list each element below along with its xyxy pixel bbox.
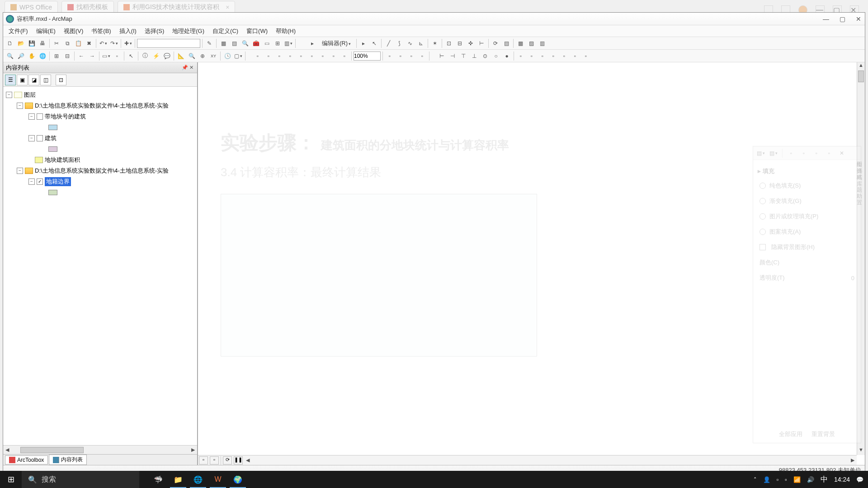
effects-3-icon[interactable]: ▫ [538, 51, 547, 61]
toc-tab-visibility[interactable]: ◪ [28, 75, 39, 85]
snap-5-icon[interactable]: ⊙ [480, 51, 490, 61]
new-button[interactable]: 🗋 [5, 38, 15, 48]
georef-3-icon[interactable]: ▫ [274, 51, 284, 61]
delete-button[interactable]: ✖ [84, 38, 94, 48]
search-window-button[interactable]: 🔍 [240, 38, 250, 48]
radio-gradient[interactable] [760, 198, 766, 204]
html-popup-icon[interactable]: 💬 [162, 51, 172, 61]
next-extent-icon[interactable]: → [87, 51, 97, 61]
refresh-button[interactable]: ⟳ [223, 456, 232, 465]
tree-check-lyr2[interactable] [37, 135, 43, 141]
edit-arrow[interactable]: ↖ [369, 38, 379, 48]
create-features-icon[interactable]: ▨ [526, 38, 536, 48]
task-wps-icon[interactable]: W [208, 471, 228, 488]
tree-toggle-lyr4[interactable]: − [28, 178, 35, 185]
scale-combo[interactable] [137, 39, 200, 48]
tree-toggle-lyr2[interactable]: − [28, 135, 35, 141]
snap-3-icon[interactable]: ⊤ [458, 51, 468, 61]
tree-ds1-label[interactable]: D:\土地信息系统实验数据文件\4-土地信息系统-实验 [35, 102, 169, 110]
effects-1-icon[interactable]: ▫ [516, 51, 526, 61]
menu-geoprocessing[interactable]: 地理处理(G) [169, 25, 208, 37]
hyperlink-icon[interactable]: ⚡ [151, 51, 161, 61]
cut-button[interactable]: ✂ [52, 38, 61, 48]
prev-extent-icon[interactable]: ← [76, 51, 86, 61]
effects-4-icon[interactable]: ▫ [548, 51, 558, 61]
rp-menu-1[interactable]: ▤ [756, 148, 766, 158]
tree-check-lyr4[interactable]: ✓ [37, 178, 43, 185]
tray-clock[interactable]: 14:24 [834, 476, 850, 483]
find-icon[interactable]: 🔍 [187, 51, 197, 61]
check-hide-bg[interactable] [760, 244, 766, 250]
tree-toggle-ds2[interactable]: − [17, 168, 23, 174]
effects-7-icon[interactable]: ▫ [581, 51, 591, 61]
copy-button[interactable]: ⧉ [62, 38, 72, 48]
radio-solid[interactable] [760, 183, 766, 189]
layout-3-icon[interactable]: ▫ [406, 51, 416, 61]
tree-lyr3-label[interactable]: 地块建筑面积 [45, 156, 80, 164]
pan-icon[interactable]: ✋ [27, 51, 37, 61]
georef-1-icon[interactable]: ▫ [253, 51, 263, 61]
data-view-button[interactable]: ▫ [199, 456, 208, 465]
snap-1-icon[interactable]: ⊢ [437, 51, 447, 61]
reshape-icon[interactable]: ⊟ [455, 38, 465, 48]
edit-vertices-icon[interactable]: ⊡ [444, 38, 454, 48]
tray-app-icon[interactable]: ▫ [777, 476, 779, 483]
python-button[interactable]: ▭ [262, 38, 272, 48]
select-elements-icon[interactable]: ↖ [126, 51, 136, 61]
attributes-icon[interactable]: ▤ [501, 38, 511, 48]
select-features-icon[interactable]: ▭ [101, 51, 111, 61]
tree-lyr2-label[interactable]: 建筑 [45, 134, 57, 142]
create-viewer-icon[interactable]: ▢ [233, 51, 243, 61]
layout-1-icon[interactable]: ▫ [385, 51, 395, 61]
tray-people-icon[interactable]: 👤 [763, 476, 770, 483]
pause-draw-button[interactable]: ❚❚ [234, 456, 243, 465]
taskbar-search[interactable]: 🔍 搜索 [22, 471, 139, 488]
toc-tab-drawing-order[interactable]: ☰ [5, 75, 16, 85]
tab-arctoolbox[interactable]: ArcToolbox [5, 455, 48, 465]
tree-ds2-label[interactable]: D:\土地信息系统实验数据文件\4-土地信息系统-实验 [35, 167, 169, 175]
toc-scrollbar-h[interactable]: ◀▶ [3, 445, 197, 454]
cut-polygon-icon[interactable]: ✜ [466, 38, 476, 48]
layout-4-icon[interactable]: ▫ [417, 51, 427, 61]
add-data-button[interactable]: ✚ [123, 38, 133, 48]
save-button[interactable]: 💾 [27, 38, 37, 48]
measure-icon[interactable]: 📐 [176, 51, 186, 61]
tray-chevron-icon[interactable]: ˄ [754, 476, 757, 483]
arctoolbox-button[interactable]: 🧰 [251, 38, 261, 48]
tree-lyr4-label[interactable]: 地籍边界 [45, 177, 71, 186]
zoom-in-icon[interactable]: 🔍 [5, 51, 15, 61]
more-windows-button[interactable]: ▥ [283, 38, 293, 48]
rp-close-icon[interactable]: ✕ [837, 148, 847, 158]
time-slider-icon[interactable]: 🕓 [222, 51, 232, 61]
sketch-props-icon[interactable]: ▦ [515, 38, 525, 48]
menu-edit[interactable]: 编辑(E) [33, 25, 59, 37]
tree-root-label[interactable]: 图层 [24, 91, 36, 99]
menu-bookmark[interactable]: 书签(B) [88, 25, 114, 37]
effects-5-icon[interactable]: ▫ [559, 51, 569, 61]
tray-ime-icon[interactable]: 中 [821, 475, 828, 484]
georef-9-icon[interactable]: ▫ [340, 51, 349, 61]
edit-more-icon[interactable]: ▥ [537, 38, 547, 48]
editor-tool-icon[interactable]: ▸ [307, 38, 317, 48]
start-button[interactable]: ⊞ [0, 471, 22, 488]
task-explorer-icon[interactable]: 📁 [168, 471, 188, 488]
open-button[interactable]: 📂 [16, 38, 26, 48]
clear-selection-icon[interactable]: ▫ [112, 51, 122, 61]
georef-4-icon[interactable]: ▫ [285, 51, 295, 61]
tray-notifications-icon[interactable]: 💬 [856, 476, 863, 483]
georef-7-icon[interactable]: ▫ [318, 51, 328, 61]
editor-toolbar-icon[interactable]: ✎ [204, 38, 214, 48]
radio-pattern[interactable] [760, 229, 766, 235]
toc-button[interactable]: ▦ [218, 38, 228, 48]
tree-lyr1-label[interactable]: 带地块号的建筑 [45, 113, 86, 121]
full-extent-icon[interactable]: 🌐 [38, 51, 47, 61]
snap-6-icon[interactable]: ○ [491, 51, 501, 61]
tree-toggle-root[interactable]: − [6, 92, 12, 98]
tray-battery-icon[interactable]: ▫ [785, 476, 787, 483]
snap-7-icon[interactable]: ● [502, 51, 512, 61]
pin-icon[interactable]: 📌 [182, 65, 188, 71]
arc-segment-icon[interactable]: ⟆ [394, 38, 404, 48]
editor-menu[interactable]: 编辑器(R) [318, 38, 354, 49]
maximize-button[interactable]: ▢ [839, 15, 846, 23]
rp-icon-3[interactable]: ▫ [811, 148, 821, 158]
